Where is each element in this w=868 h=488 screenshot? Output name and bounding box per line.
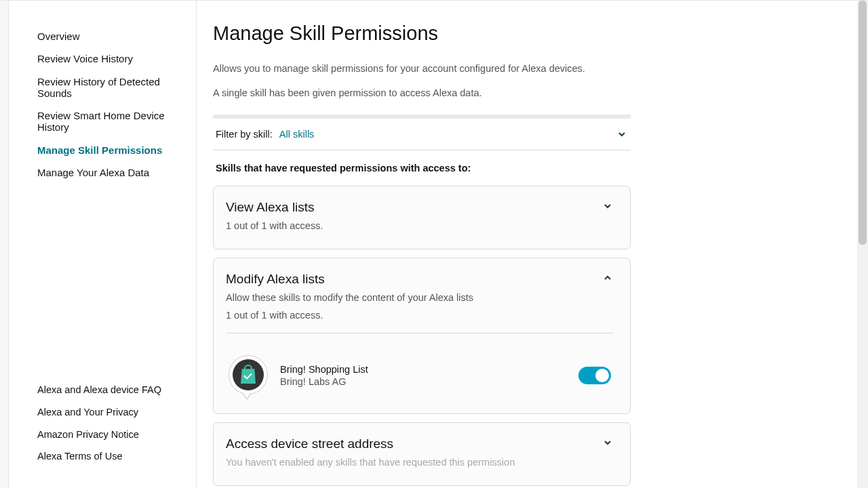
intro-text-b: A single skill has been given permission… [213,87,631,100]
chevron-down-icon [601,436,614,449]
main-content: Manage Skill Permissions Allows you to m… [213,22,631,486]
sidebar-footer-privacy[interactable]: Alexa and Your Privacy [9,401,196,424]
chevron-down-icon [601,200,614,212]
skill-list: Bring! Shopping List Bring! Labs AG [226,333,614,396]
filter-label: Filter by skill: [216,129,273,140]
skill-toggle[interactable] [578,367,611,384]
card-street-address: Access device street address You haven't… [213,422,631,486]
section-label: Skills that have requested permissions w… [216,163,631,174]
card-modify-alexa-lists: Modify Alexa lists Allow these skills to… [213,258,631,414]
skill-icon [229,355,269,396]
card-desc: You haven't enabled any skills that have… [226,457,515,468]
scrollbar-thumb[interactable] [859,1,867,245]
card-view-alexa-lists: View Alexa lists 1 out of 1 with access. [213,186,631,249]
sidebar-item-overview[interactable]: Overview [9,25,196,47]
main-scroll[interactable]: Manage Skill Permissions Allows you to m… [197,1,857,488]
page-title: Manage Skill Permissions [213,22,631,45]
skill-name: Bring! Shopping List [280,364,568,375]
card-header-view-lists[interactable]: View Alexa lists 1 out of 1 with access. [226,200,614,231]
card-title: Access device street address [226,436,515,451]
scrollbar-track[interactable] [857,1,868,488]
sidebar-footer: Alexa and Alexa device FAQ Alexa and You… [9,379,196,472]
sidebar-footer-faq[interactable]: Alexa and Alexa device FAQ [9,379,196,401]
filter-value: All skills [279,129,315,140]
sidebar-footer-terms[interactable]: Alexa Terms of Use [9,445,196,468]
skill-row: Bring! Shopping List Bring! Labs AG [226,355,614,396]
card-header-modify-lists[interactable]: Modify Alexa lists Allow these skills to… [226,272,614,321]
sidebar-item-detected-sounds[interactable]: Review History of Detected Sounds [9,70,196,105]
card-title: View Alexa lists [226,200,323,215]
skill-developer: Bring! Labs AG [280,376,568,387]
sidebar-item-manage-data[interactable]: Manage Your Alexa Data [9,161,196,184]
sidebar-nav: Overview Review Voice History Review His… [9,25,196,184]
sidebar-item-manage-permissions[interactable]: Manage Skill Permissions [9,139,196,161]
sidebar: Overview Review Voice History Review His… [8,1,197,488]
sidebar-footer-privacy-notice[interactable]: Amazon Privacy Notice [9,424,196,446]
filter-by-skill[interactable]: Filter by skill: All skills [213,115,631,150]
card-title: Modify Alexa lists [226,272,601,287]
intro-text-a: Allows you to manage skill permissions f… [213,62,631,76]
card-desc: Allow these skills to modify the content… [226,292,601,303]
left-gutter [0,1,8,488]
chevron-down-icon [616,128,628,140]
card-count: 1 out of 1 with access. [226,220,323,231]
sidebar-item-smart-home-history[interactable]: Review Smart Home Device History [9,104,196,139]
card-count: 1 out of 1 with access. [226,310,601,321]
sidebar-item-voice-history[interactable]: Review Voice History [9,47,196,70]
chevron-up-icon [601,272,614,284]
card-header-street-address[interactable]: Access device street address You haven't… [226,436,614,468]
